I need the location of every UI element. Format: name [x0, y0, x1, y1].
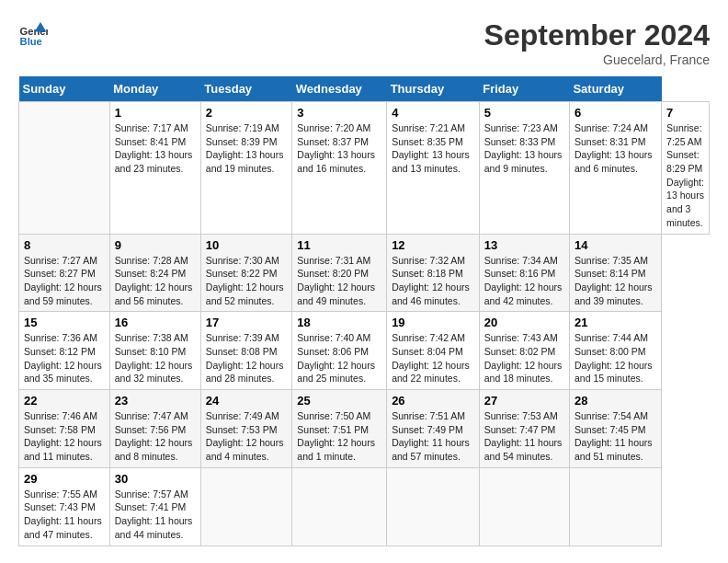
day-number: 25 [297, 394, 381, 408]
calendar-cell: 9Sunrise: 7:28 AMSunset: 8:24 PMDaylight… [109, 234, 200, 312]
calendar-cell: 28Sunrise: 7:54 AMSunset: 7:45 PMDayligh… [569, 390, 661, 468]
cell-info: Sunrise: 7:36 AMSunset: 8:12 PMDaylight:… [24, 331, 105, 385]
day-number: 13 [484, 238, 564, 252]
cell-info: Sunrise: 7:42 AMSunset: 8:04 PMDaylight:… [392, 331, 474, 385]
day-number: 11 [297, 238, 381, 252]
day-number: 1 [115, 106, 196, 120]
cell-info: Sunrise: 7:40 AMSunset: 8:06 PMDaylight:… [297, 331, 381, 385]
logo-icon: General Blue [18, 18, 48, 48]
cell-info: Sunrise: 7:55 AMSunset: 7:43 PMDaylight:… [24, 488, 105, 542]
week-row-4: 22Sunrise: 7:46 AMSunset: 7:58 PMDayligh… [19, 390, 710, 468]
calendar-cell [387, 467, 480, 546]
day-number: 9 [115, 238, 196, 252]
location-subtitle: Guecelard, France [484, 52, 710, 67]
calendar-cell: 29Sunrise: 7:55 AMSunset: 7:43 PMDayligh… [19, 467, 110, 546]
calendar-cell [569, 467, 661, 546]
calendar-cell: 30Sunrise: 7:57 AMSunset: 7:41 PMDayligh… [109, 467, 200, 546]
cell-info: Sunrise: 7:51 AMSunset: 7:49 PMDaylight:… [392, 409, 474, 464]
calendar-cell [479, 467, 569, 546]
cell-info: Sunrise: 7:17 AMSunset: 8:41 PMDaylight:… [115, 121, 196, 176]
cell-info: Sunrise: 7:20 AMSunset: 8:37 PMDaylight:… [297, 121, 381, 176]
day-number: 23 [115, 394, 196, 408]
col-header-saturday: Saturday [569, 76, 661, 102]
cell-info: Sunrise: 7:31 AMSunset: 8:20 PMDaylight:… [297, 254, 381, 308]
day-number: 15 [24, 316, 105, 329]
cell-info: Sunrise: 7:54 AMSunset: 7:45 PMDaylight:… [574, 409, 656, 464]
cell-info: Sunrise: 7:34 AMSunset: 8:16 PMDaylight:… [484, 254, 564, 308]
day-number: 29 [24, 472, 105, 486]
cell-info: Sunrise: 7:32 AMSunset: 8:18 PMDaylight:… [392, 254, 474, 308]
calendar-cell: 24Sunrise: 7:49 AMSunset: 7:53 PMDayligh… [200, 390, 292, 468]
calendar-cell: 7Sunrise: 7:25 AMSunset: 8:29 PMDaylight… [662, 102, 710, 235]
day-number: 27 [484, 394, 564, 408]
day-number: 2 [206, 106, 288, 120]
calendar-cell: 17Sunrise: 7:39 AMSunset: 8:08 PMDayligh… [200, 312, 292, 390]
calendar-cell: 14Sunrise: 7:35 AMSunset: 8:14 PMDayligh… [569, 234, 661, 312]
calendar-cell: 18Sunrise: 7:40 AMSunset: 8:06 PMDayligh… [292, 312, 387, 390]
day-number: 4 [392, 106, 474, 120]
calendar-cell: 4Sunrise: 7:21 AMSunset: 8:35 PMDaylight… [387, 102, 480, 235]
calendar-cell: 8Sunrise: 7:27 AMSunset: 8:27 PMDaylight… [19, 234, 110, 312]
day-number: 6 [574, 106, 656, 120]
calendar-cell: 16Sunrise: 7:38 AMSunset: 8:10 PMDayligh… [109, 312, 200, 390]
col-header-wednesday: Wednesday [292, 76, 387, 102]
cell-info: Sunrise: 7:23 AMSunset: 8:33 PMDaylight:… [484, 121, 564, 176]
calendar-cell: 5Sunrise: 7:23 AMSunset: 8:33 PMDaylight… [479, 102, 569, 235]
calendar-cell: 21Sunrise: 7:44 AMSunset: 8:00 PMDayligh… [569, 312, 661, 390]
day-number: 17 [206, 316, 288, 329]
calendar-cell: 15Sunrise: 7:36 AMSunset: 8:12 PMDayligh… [19, 312, 110, 390]
cell-info: Sunrise: 7:27 AMSunset: 8:27 PMDaylight:… [24, 254, 105, 308]
logo: General Blue [18, 18, 48, 48]
days-header-row: SundayMondayTuesdayWednesdayThursdayFrid… [19, 76, 710, 102]
day-number: 19 [392, 316, 474, 329]
calendar-cell: 22Sunrise: 7:46 AMSunset: 7:58 PMDayligh… [19, 390, 110, 468]
day-number: 3 [297, 106, 381, 120]
calendar-cell: 1Sunrise: 7:17 AMSunset: 8:41 PMDaylight… [109, 102, 200, 235]
cell-info: Sunrise: 7:50 AMSunset: 7:51 PMDaylight:… [297, 409, 381, 464]
calendar-cell: 19Sunrise: 7:42 AMSunset: 8:04 PMDayligh… [387, 312, 480, 390]
cell-info: Sunrise: 7:19 AMSunset: 8:39 PMDaylight:… [206, 121, 288, 176]
calendar-cell: 6Sunrise: 7:24 AMSunset: 8:31 PMDaylight… [569, 102, 661, 235]
day-number: 14 [574, 238, 656, 252]
day-number: 16 [115, 316, 196, 329]
col-header-sunday: Sunday [19, 76, 110, 102]
cell-info: Sunrise: 7:39 AMSunset: 8:08 PMDaylight:… [206, 331, 288, 385]
cell-info: Sunrise: 7:49 AMSunset: 7:53 PMDaylight:… [206, 409, 288, 464]
cell-info: Sunrise: 7:28 AMSunset: 8:24 PMDaylight:… [115, 254, 196, 308]
week-row-2: 8Sunrise: 7:27 AMSunset: 8:27 PMDaylight… [19, 234, 710, 312]
month-title: September 2024 [484, 18, 710, 52]
cell-info: Sunrise: 7:38 AMSunset: 8:10 PMDaylight:… [115, 331, 196, 385]
day-number: 18 [297, 316, 381, 329]
col-header-friday: Friday [479, 76, 569, 102]
day-number: 24 [206, 394, 288, 408]
cell-info: Sunrise: 7:25 AMSunset: 8:29 PMDaylight:… [666, 121, 704, 230]
day-number: 8 [24, 238, 105, 252]
week-row-1: 1Sunrise: 7:17 AMSunset: 8:41 PMDaylight… [19, 102, 710, 235]
cell-info: Sunrise: 7:47 AMSunset: 7:56 PMDaylight:… [115, 409, 196, 464]
calendar-cell: 2Sunrise: 7:19 AMSunset: 8:39 PMDaylight… [200, 102, 292, 235]
week-row-3: 15Sunrise: 7:36 AMSunset: 8:12 PMDayligh… [19, 312, 710, 390]
day-number: 20 [484, 316, 564, 329]
cell-info: Sunrise: 7:43 AMSunset: 8:02 PMDaylight:… [484, 331, 564, 385]
svg-text:Blue: Blue [20, 36, 42, 47]
day-number: 12 [392, 238, 474, 252]
week-row-5: 29Sunrise: 7:55 AMSunset: 7:43 PMDayligh… [19, 467, 710, 546]
calendar-cell: 10Sunrise: 7:30 AMSunset: 8:22 PMDayligh… [200, 234, 292, 312]
cell-info: Sunrise: 7:30 AMSunset: 8:22 PMDaylight:… [206, 254, 288, 308]
calendar-cell: 11Sunrise: 7:31 AMSunset: 8:20 PMDayligh… [292, 234, 387, 312]
day-number: 21 [574, 316, 656, 329]
calendar-cell: 27Sunrise: 7:53 AMSunset: 7:47 PMDayligh… [479, 390, 569, 468]
calendar-cell: 25Sunrise: 7:50 AMSunset: 7:51 PMDayligh… [292, 390, 387, 468]
page-header: General Blue September 2024 Guecelard, F… [18, 18, 710, 67]
cell-info: Sunrise: 7:35 AMSunset: 8:14 PMDaylight:… [574, 254, 656, 308]
cell-info: Sunrise: 7:24 AMSunset: 8:31 PMDaylight:… [574, 121, 656, 176]
cell-info: Sunrise: 7:57 AMSunset: 7:41 PMDaylight:… [115, 488, 196, 542]
cell-info: Sunrise: 7:46 AMSunset: 7:58 PMDaylight:… [24, 409, 105, 464]
calendar-cell: 20Sunrise: 7:43 AMSunset: 8:02 PMDayligh… [479, 312, 569, 390]
day-number: 28 [574, 394, 656, 408]
col-header-thursday: Thursday [387, 76, 480, 102]
calendar-cell [19, 102, 110, 235]
day-number: 7 [666, 106, 704, 120]
day-number: 22 [24, 394, 105, 408]
calendar-table: SundayMondayTuesdayWednesdayThursdayFrid… [18, 76, 710, 546]
